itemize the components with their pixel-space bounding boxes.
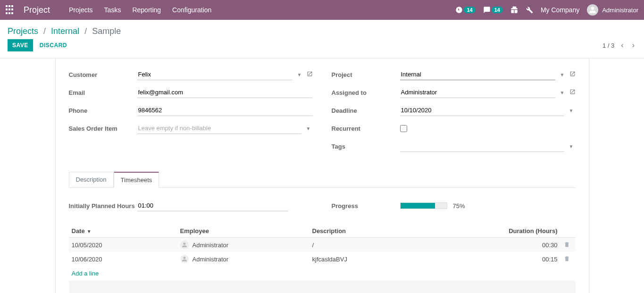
sort-caret-icon: ▼ xyxy=(87,229,92,234)
deadline-label: Deadline xyxy=(332,107,400,114)
header-date[interactable]: Date▼ xyxy=(72,227,180,234)
avatar-icon xyxy=(587,4,598,16)
form-scrollarea[interactable]: Customer ▼ Email Phone xyxy=(0,59,644,293)
progress-bar-fill xyxy=(401,203,435,209)
employee-avatar-icon xyxy=(180,255,189,263)
assigned-to-external-link[interactable] xyxy=(569,89,576,96)
header-employee[interactable]: Employee xyxy=(180,227,312,234)
project-field[interactable] xyxy=(400,69,555,80)
action-bar: SAVE DISCARD 1 / 3 ‹ › xyxy=(0,39,644,59)
sales-order-item-label: Sales Order Item xyxy=(69,125,137,132)
header-duration[interactable]: Duration (Hours) xyxy=(495,227,561,234)
pager-prev[interactable]: ‹ xyxy=(619,41,625,50)
top-navbar: Project Projects Tasks Reporting Configu… xyxy=(0,0,644,20)
cell-employee: Administrator xyxy=(180,255,312,263)
customer-field[interactable] xyxy=(137,69,293,80)
activity-badge: 14 xyxy=(464,7,475,13)
apps-icon[interactable] xyxy=(6,5,15,15)
cell-employee: Administrator xyxy=(180,241,312,249)
save-button[interactable]: SAVE xyxy=(8,39,33,51)
cell-description: / xyxy=(312,242,495,249)
delete-row-button[interactable] xyxy=(564,256,570,263)
customer-external-link[interactable] xyxy=(307,71,313,78)
cell-date: 10/05/2020 xyxy=(72,242,180,249)
nav-projects[interactable]: Projects xyxy=(69,6,93,14)
phone-field[interactable] xyxy=(137,105,313,116)
timesheet-header: Date▼ Employee Description Duration (Hou… xyxy=(69,225,576,238)
deadline-dropdown[interactable]: ▼ xyxy=(567,108,576,113)
company-selector[interactable]: My Company xyxy=(541,6,579,14)
pager: 1 / 3 ‹ › xyxy=(602,41,636,50)
cell-duration: 00:15 xyxy=(495,256,561,263)
brand-title: Project xyxy=(24,5,50,15)
wrench-icon[interactable] xyxy=(526,6,533,14)
phone-label: Phone xyxy=(69,107,137,114)
customer-label: Customer xyxy=(69,71,137,78)
sales-order-item-dropdown[interactable]: ▼ xyxy=(304,126,313,131)
user-name: Administrator xyxy=(602,7,638,14)
nav-menu: Projects Tasks Reporting Configuration xyxy=(69,6,211,14)
email-field[interactable] xyxy=(137,87,313,98)
cell-date: 10/06/2020 xyxy=(72,256,180,263)
tab-timesheets[interactable]: Timesheets xyxy=(114,172,159,188)
planned-hours-label: Initially Planned Hours xyxy=(69,202,137,209)
planned-hours-field[interactable] xyxy=(137,200,288,211)
user-menu[interactable]: Administrator xyxy=(587,4,638,16)
recurrent-label: Recurrent xyxy=(332,125,400,132)
progress-text: 75% xyxy=(453,202,465,209)
nav-tasks[interactable]: Tasks xyxy=(104,6,121,14)
breadcrumb-projects[interactable]: Projects xyxy=(8,26,38,36)
pager-next[interactable]: › xyxy=(630,41,636,50)
delete-row-button[interactable] xyxy=(564,242,570,249)
discard-button[interactable]: DISCARD xyxy=(40,42,67,49)
progress-label: Progress xyxy=(332,202,400,209)
chat-icon xyxy=(483,6,491,14)
header-description[interactable]: Description xyxy=(312,227,495,234)
tab-bar: Description Timesheets xyxy=(69,172,576,188)
sales-order-item-field[interactable] xyxy=(137,123,301,134)
pager-text: 1 / 3 xyxy=(602,42,614,49)
add-line-button[interactable]: Add a line xyxy=(69,266,576,281)
recurrent-checkbox[interactable] xyxy=(400,125,407,132)
gift-icon[interactable] xyxy=(510,6,518,14)
table-row[interactable]: 10/05/2020 Administrator / 00:30 xyxy=(69,238,576,252)
clock-icon xyxy=(455,6,463,14)
breadcrumb: Projects / Internal / Sample xyxy=(8,26,121,36)
table-row[interactable]: 10/06/2020 Administrator kjfcasldaBVJ 00… xyxy=(69,252,576,266)
assigned-to-field[interactable] xyxy=(400,87,555,98)
employee-avatar-icon xyxy=(180,241,189,249)
messages-indicator[interactable]: 14 xyxy=(483,6,503,14)
tab-description[interactable]: Description xyxy=(69,172,114,188)
assigned-to-dropdown[interactable]: ▼ xyxy=(558,90,567,95)
form-right-column: Project ▼ Assigned to ▼ xyxy=(332,68,576,158)
nav-reporting[interactable]: Reporting xyxy=(132,6,161,14)
breadcrumb-internal[interactable]: Internal xyxy=(51,26,79,36)
cell-duration: 00:30 xyxy=(495,242,561,249)
nav-configuration[interactable]: Configuration xyxy=(172,6,211,14)
messages-badge: 14 xyxy=(492,7,503,13)
project-external-link[interactable] xyxy=(569,71,576,78)
project-dropdown[interactable]: ▼ xyxy=(558,72,567,77)
form-left-column: Customer ▼ Email Phone xyxy=(69,68,313,158)
tags-dropdown[interactable]: ▼ xyxy=(567,144,576,149)
tags-field[interactable] xyxy=(400,141,564,152)
assigned-to-label: Assigned to xyxy=(332,89,400,96)
table-footer-spacer xyxy=(69,281,576,293)
progress-bar xyxy=(400,202,447,209)
tags-label: Tags xyxy=(332,143,400,150)
form-sheet: Customer ▼ Email Phone xyxy=(55,59,589,293)
breadcrumb-bar: Projects / Internal / Sample xyxy=(0,20,644,39)
breadcrumb-current: Sample xyxy=(92,26,121,36)
email-label: Email xyxy=(69,89,137,96)
timesheets-panel: Initially Planned Hours Progress 75% Dat… xyxy=(69,188,576,293)
cell-description: kjfcasldaBVJ xyxy=(312,256,495,263)
deadline-field[interactable] xyxy=(400,105,564,116)
timesheet-table: Date▼ Employee Description Duration (Hou… xyxy=(69,225,576,293)
project-label: Project xyxy=(332,71,400,78)
activity-indicator[interactable]: 14 xyxy=(455,6,475,14)
customer-dropdown[interactable]: ▼ xyxy=(295,72,304,77)
